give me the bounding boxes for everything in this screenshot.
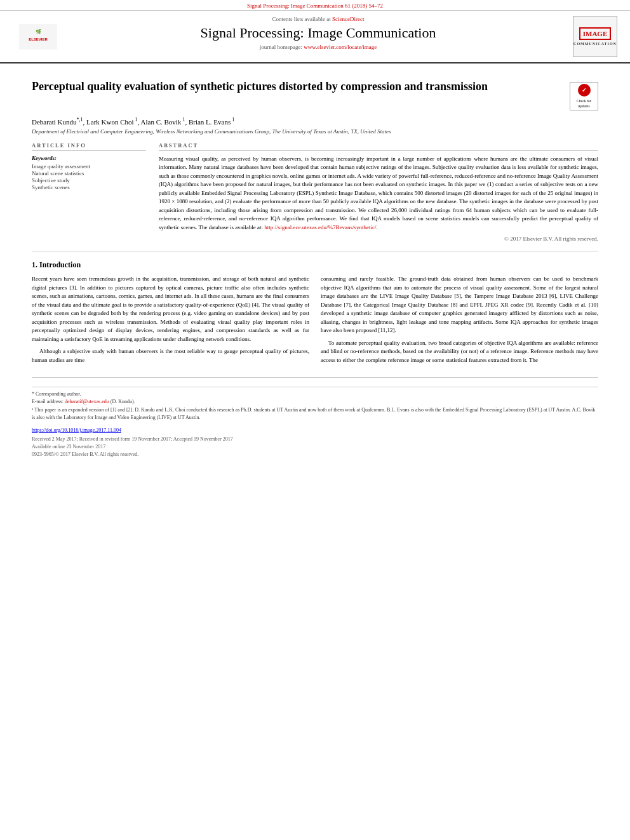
abstract-text: Measuring visual quality, as perceived b… <box>159 155 598 232</box>
author4-name: , Brian L. Evans <box>185 118 231 126</box>
elsevier-logo-box: 🌿 ELSEVIER <box>13 16 64 57</box>
keywords-label: Keywords: <box>32 155 146 161</box>
article-info-header: ARTICLE INFO <box>32 142 146 151</box>
check-updates-icon: ✓ <box>578 84 591 97</box>
elsevier-logo-icon: 🌿 ELSEVIER <box>19 24 57 50</box>
author2-name: , Lark Kwon Choi <box>83 118 134 126</box>
intro-left-col: Recent years have seen tremendous growth… <box>32 275 309 368</box>
footnotes-divider <box>32 377 598 378</box>
check-updates-label: Check forupdates <box>577 99 591 109</box>
journal-meta-center: Contents lists available at ScienceDirec… <box>64 16 573 57</box>
received-dates: Received 2 May 2017; Received in revised… <box>32 436 598 443</box>
intro-two-col: Recent years have seen tremendous growth… <box>32 275 598 368</box>
check-for-updates-badge: ✓ Check forupdates <box>570 82 598 110</box>
svg-text:🌿: 🌿 <box>36 29 41 34</box>
intro-p1: Recent years have seen tremendous growth… <box>32 275 309 343</box>
homepage-url[interactable]: www.elsevier.com/locate/image <box>304 44 377 50</box>
article-info-col: ARTICLE INFO Keywords: Image quality ass… <box>32 142 146 243</box>
sciencedirect-line: Contents lists available at ScienceDirec… <box>64 16 573 22</box>
keyword-1: Image quality assessment <box>32 163 146 170</box>
svg-rect-0 <box>19 24 57 50</box>
keyword-3: Subjective study <box>32 177 146 183</box>
paper-content: Perceptual quality evaluation of synthet… <box>0 63 630 465</box>
introduction-section: 1. Introduction Recent years have seen t… <box>32 260 598 368</box>
authors-line: Debarati Kundu*,1, Lark Kwon Choi 1, Ala… <box>32 117 598 126</box>
doi-link[interactable]: https://doi.org/10.1016/j.image.2017.11.… <box>32 427 121 433</box>
footnote-1: ¹ This paper is an expanded version of [… <box>32 406 598 420</box>
intro-right-col: consuming and rarely feasible. The groun… <box>321 275 598 368</box>
svg-text:ELSEVIER: ELSEVIER <box>29 37 48 41</box>
intro-section-title: 1. Introduction <box>32 260 598 270</box>
section-divider <box>32 251 598 251</box>
copyright-text: © 2017 Elsevier B.V. All rights reserved… <box>159 236 598 242</box>
affiliation-text: Department of Electrical and Computer En… <box>32 128 598 135</box>
author4-sup: 1 <box>231 117 234 123</box>
author1-name: Debarati Kundu <box>32 118 77 126</box>
author3-name: , Alan C. Bovik <box>138 118 182 126</box>
abstract-header: ABSTRACT <box>159 142 598 151</box>
available-online: Available online 23 November 2017 <box>32 443 598 451</box>
footer-doi: https://doi.org/10.1016/j.image.2017.11.… <box>32 427 598 433</box>
intro-p2: Although a subjective study with human o… <box>32 347 309 364</box>
footnotes-section: * Corresponding author. E-mail address: … <box>32 387 598 421</box>
journal-meta-section: 🌿 ELSEVIER Contents lists available at S… <box>0 11 630 63</box>
email-link[interactable]: debaratif@utexas.edu <box>65 399 109 404</box>
article-info-abstract: ARTICLE INFO Keywords: Image quality ass… <box>32 142 598 243</box>
footer-meta: Received 2 May 2017; Received in revised… <box>32 436 598 458</box>
issn-copyright: 0923-5965/© 2017 Elsevier B.V. All right… <box>32 451 598 458</box>
intro-p4: To automate perceptual quality evaluatio… <box>321 339 598 365</box>
corresponding-author-note: * Corresponding author. <box>32 391 598 397</box>
sciencedirect-link[interactable]: ScienceDirect <box>332 16 364 22</box>
journal-citation-bar: Signal Processing: Image Communication 6… <box>0 0 630 11</box>
paper-title-section: Perceptual quality evaluation of synthet… <box>32 79 598 110</box>
journal-homepage: journal homepage: www.elsevier.com/locat… <box>64 44 573 50</box>
email-footnote: E-mail address: debaratif@utexas.edu (D.… <box>32 398 598 405</box>
abstract-col: ABSTRACT Measuring visual quality, as pe… <box>159 142 598 243</box>
journal-citation: Signal Processing: Image Communication 6… <box>247 3 383 9</box>
badge-title: IMAGE <box>579 27 612 40</box>
image-comm-badge: IMAGE COMMUNICATION <box>573 16 617 57</box>
intro-p3: consuming and rarely feasible. The groun… <box>321 275 598 335</box>
badge-subtitle: COMMUNICATION <box>573 42 617 46</box>
journal-title: Signal Processing: Image Communication <box>64 25 573 41</box>
author1-sup: *,1 <box>77 117 83 123</box>
db-url-link[interactable]: http://signal.ece.utexas.edu/%7Bevans/sy… <box>264 224 376 230</box>
keyword-4: Synthetic scenes <box>32 184 146 190</box>
paper-title-text: Perceptual quality evaluation of synthet… <box>32 79 570 94</box>
keyword-2: Natural scene statistics <box>32 170 146 177</box>
